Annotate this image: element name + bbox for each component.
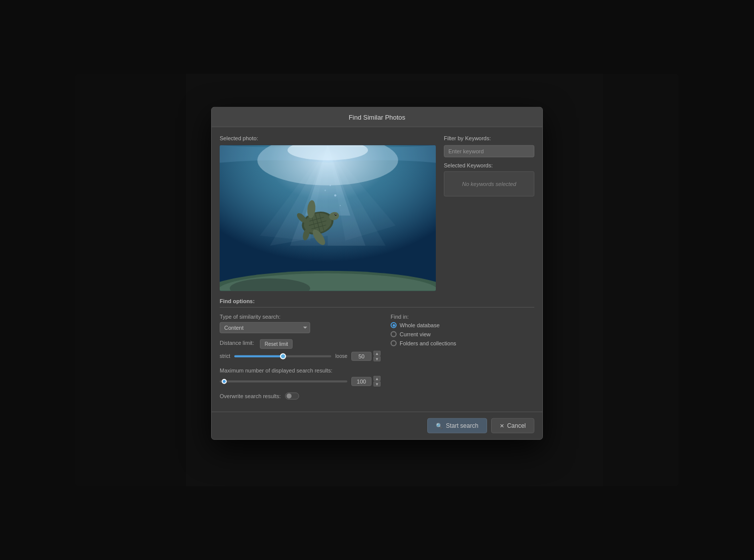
max-results-slider[interactable]	[220, 380, 347, 382]
selected-keywords-label: Selected Keywords:	[444, 162, 534, 168]
dialog-titlebar: Find Similar Photos	[212, 108, 542, 127]
distance-increment-button[interactable]: ▲	[373, 351, 381, 356]
max-results-thumb	[222, 379, 227, 384]
distance-slider[interactable]	[234, 355, 331, 357]
photo-panel: Selected photo:	[220, 135, 444, 291]
keywords-box: No keywords selected	[444, 171, 534, 197]
distance-limit-header: Distance limit: Reset limit	[220, 339, 381, 349]
photo-svg	[220, 145, 436, 291]
dialog-footer: 🔍 Start search ✕ Cancel	[212, 412, 542, 439]
similarity-type-select-wrapper: Content Color Structure	[220, 322, 310, 333]
svg-point-30	[340, 205, 341, 206]
distance-decrement-button[interactable]: ▼	[373, 356, 381, 361]
cancel-button[interactable]: ✕ Cancel	[491, 418, 534, 433]
max-results-label: Maximum number of displayed search resul…	[220, 367, 381, 374]
start-search-button[interactable]: 🔍 Start search	[427, 418, 487, 433]
keyword-input[interactable]	[444, 145, 534, 157]
loose-label: loose	[335, 353, 347, 359]
svg-point-28	[334, 195, 336, 197]
max-results-increment-button[interactable]: ▲	[373, 376, 381, 381]
max-results-decrement-button[interactable]: ▼	[373, 382, 381, 387]
radio-whole-database-label: Whole database	[400, 322, 440, 328]
radio-whole-database-circle	[391, 322, 397, 328]
radio-current-view-circle	[391, 331, 397, 337]
reset-limit-button[interactable]: Reset limit	[260, 339, 293, 349]
distance-value-wrapper: ▲ ▼	[351, 351, 381, 361]
max-results-value-wrapper: ▲ ▼	[351, 376, 381, 387]
find-in-label: Find in:	[391, 314, 534, 320]
no-keywords-text: No keywords selected	[462, 181, 516, 187]
svg-point-29	[330, 184, 331, 186]
distance-value-input[interactable]	[351, 351, 371, 360]
dialog-title: Find Similar Photos	[349, 114, 406, 121]
distance-row: strict loose ▲ ▼	[220, 351, 381, 361]
distance-stepper: ▲ ▼	[373, 351, 381, 361]
keywords-section-label: Filter by Keywords:	[444, 135, 534, 141]
overwrite-label: Overwrite search results:	[220, 393, 281, 399]
similarity-type-label: Type of similarity search:	[220, 314, 381, 320]
find-similar-photos-dialog: Find Similar Photos Selected photo:	[211, 107, 543, 440]
search-icon: 🔍	[436, 422, 443, 429]
selected-photo	[220, 145, 436, 291]
similarity-type-group: Type of similarity search: Content Color…	[220, 314, 381, 333]
radio-folders-collections-label: Folders and collections	[400, 340, 456, 346]
keywords-panel: Filter by Keywords: Selected Keywords: N…	[444, 135, 534, 291]
distance-slider-thumb	[280, 353, 286, 359]
left-options: Type of similarity search: Content Color…	[220, 314, 381, 400]
radio-whole-database[interactable]: Whole database	[391, 322, 534, 328]
max-results-group: Maximum number of displayed search resul…	[220, 367, 381, 387]
distance-slider-track	[234, 355, 282, 357]
find-options-section: Find options: Type of similarity search:…	[212, 291, 542, 407]
start-search-label: Start search	[446, 422, 479, 429]
find-in-radio-group: Whole database Current view Folders and …	[391, 322, 534, 346]
distance-limit-label: Distance limit:	[220, 340, 254, 346]
dialog-body: Selected photo:	[212, 127, 542, 291]
max-results-input[interactable]	[351, 377, 371, 386]
similarity-type-select[interactable]: Content Color Structure	[220, 322, 310, 333]
svg-point-31	[325, 190, 326, 191]
find-options-label: Find options:	[220, 298, 534, 308]
max-results-stepper: ▲ ▼	[373, 376, 381, 387]
radio-folders-collections[interactable]: Folders and collections	[391, 340, 534, 346]
overwrite-toggle[interactable]	[285, 393, 299, 400]
cancel-icon: ✕	[500, 422, 504, 429]
distance-limit-group: Distance limit: Reset limit strict loose	[220, 339, 381, 361]
right-options: Find in: Whole database Current view Fol…	[391, 314, 534, 400]
cancel-label: Cancel	[507, 422, 526, 429]
options-row: Type of similarity search: Content Color…	[220, 314, 534, 400]
max-results-row: ▲ ▼	[220, 376, 381, 387]
radio-current-view-label: Current view	[400, 331, 431, 337]
strict-label: strict	[220, 353, 230, 359]
overwrite-row: Overwrite search results:	[220, 393, 381, 400]
radio-folders-collections-circle	[391, 340, 397, 346]
toggle-knob	[287, 394, 292, 399]
radio-current-view[interactable]: Current view	[391, 331, 534, 337]
photo-section-label: Selected photo:	[220, 135, 436, 141]
